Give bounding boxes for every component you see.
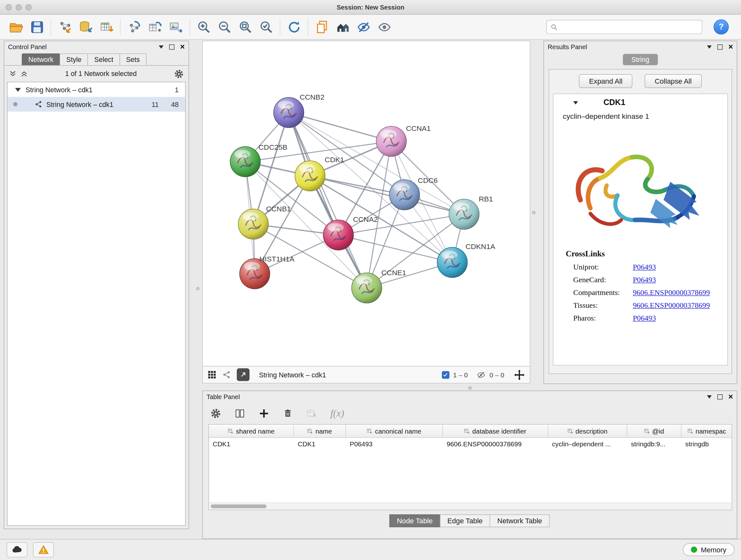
network-node-RB1[interactable] xyxy=(449,199,479,229)
gear-icon[interactable] xyxy=(174,69,184,78)
collapse-all-icon[interactable] xyxy=(9,70,17,78)
zoom-fit-button[interactable] xyxy=(235,17,256,37)
network-node-CDC25B[interactable] xyxy=(230,146,260,177)
network-edge[interactable] xyxy=(289,112,367,288)
network-node-CDKN1A[interactable] xyxy=(437,247,468,278)
warnings-button[interactable] xyxy=(33,542,54,557)
refresh-button[interactable] xyxy=(284,17,305,37)
tab-node-table[interactable]: Node Table xyxy=(389,514,440,527)
crosslink-link[interactable]: 9606.ENSP00000378699 xyxy=(633,301,710,310)
open-session-button[interactable] xyxy=(6,17,26,37)
column-type-icon xyxy=(567,428,573,434)
search-input[interactable] xyxy=(560,23,698,31)
zoom-out-button[interactable] xyxy=(214,17,235,37)
network-collection-row[interactable]: String Network – cdk1 1 xyxy=(8,82,185,97)
network-node-CCNB1[interactable] xyxy=(238,209,268,240)
crosslink-link[interactable]: P06493 xyxy=(633,314,656,322)
import-network-database-button[interactable] xyxy=(75,17,96,37)
import-network-file-button[interactable] xyxy=(54,17,75,37)
expand-all-button[interactable]: Expand All xyxy=(579,74,632,88)
tab-network-table[interactable]: Network Table xyxy=(490,514,550,527)
panel-menu-button[interactable] xyxy=(707,395,712,398)
column-header[interactable]: database identifier xyxy=(443,425,548,437)
network-node-CCNE1[interactable] xyxy=(352,273,382,303)
table-settings-button[interactable] xyxy=(210,408,221,419)
hide-selected-button[interactable] xyxy=(353,17,374,37)
crosslink-link[interactable]: P06493 xyxy=(633,275,656,284)
network-graph[interactable]: CCNB2CCNA1CDC25BCDK1CDC6RB1CCNB1CCNA2CDK… xyxy=(202,41,530,366)
panel-menu-button[interactable] xyxy=(707,45,712,48)
save-session-button[interactable] xyxy=(26,17,47,37)
crosslink-link[interactable]: P06493 xyxy=(633,263,656,271)
crosslink-link[interactable]: 9606.ENSP00000378699 xyxy=(633,288,710,297)
pan-crosshair-icon[interactable] xyxy=(514,369,525,381)
panel-close-button[interactable]: × xyxy=(728,393,733,401)
expand-all-icon[interactable] xyxy=(20,70,28,78)
panel-close-button[interactable]: × xyxy=(728,43,733,51)
houses-button[interactable] xyxy=(332,17,353,37)
clear-table-button[interactable] xyxy=(307,408,317,419)
tab-style[interactable]: Style xyxy=(60,53,88,65)
column-header[interactable]: description xyxy=(548,425,627,437)
help-button[interactable]: ? xyxy=(714,19,729,35)
network-node-HIST1H1A[interactable] xyxy=(240,259,270,289)
tab-sets[interactable]: Sets xyxy=(119,53,146,65)
panel-float-button[interactable] xyxy=(718,394,723,399)
panel-close-button[interactable]: × xyxy=(180,43,185,51)
cloud-status-button[interactable] xyxy=(7,542,27,557)
left-splitter-handle[interactable] xyxy=(196,287,199,290)
scrollbar-thumb[interactable] xyxy=(211,504,266,508)
toolbar-separator xyxy=(120,18,120,36)
section-collapse-icon[interactable] xyxy=(573,101,578,104)
network-edge[interactable] xyxy=(310,176,464,214)
minimize-window-button[interactable] xyxy=(16,4,22,10)
zoom-selected-button[interactable] xyxy=(256,17,276,37)
close-window-button[interactable] xyxy=(6,4,12,10)
delete-column-button[interactable] xyxy=(283,408,293,419)
new-network-from-selection-button[interactable] xyxy=(124,17,145,37)
network-node-CCNA2[interactable] xyxy=(323,220,354,250)
memory-status-dot xyxy=(691,547,697,553)
column-header[interactable]: shared name xyxy=(209,425,294,437)
show-columns-button[interactable] xyxy=(234,408,246,419)
function-builder-button[interactable]: f(x) xyxy=(330,408,344,419)
open-in-new-window-button[interactable] xyxy=(237,368,250,381)
network-node-CCNA1[interactable] xyxy=(376,126,407,157)
show-all-button[interactable] xyxy=(374,17,394,37)
copy-document-button[interactable] xyxy=(312,17,332,37)
panel-float-button[interactable] xyxy=(718,44,723,49)
panel-float-button[interactable] xyxy=(169,44,174,49)
network-node-CDK1[interactable] xyxy=(295,161,325,191)
node-label-CDC6: CDC6 xyxy=(418,176,437,185)
grid-icon[interactable] xyxy=(207,370,216,379)
column-header[interactable]: canonical name xyxy=(346,425,443,437)
column-header[interactable]: @id xyxy=(627,425,681,437)
maximize-window-button[interactable] xyxy=(25,4,31,10)
tab-edge-table[interactable]: Edge Table xyxy=(440,514,490,527)
column-header[interactable]: name xyxy=(294,425,346,437)
share-network-icon[interactable] xyxy=(222,370,231,379)
export-image-button[interactable] xyxy=(165,17,186,37)
table-row[interactable]: CDK1CDK1P064939606.ENSP00000378699cyclin… xyxy=(209,438,732,450)
bottom-splitter-handle[interactable] xyxy=(468,386,472,389)
zoom-in-button[interactable] xyxy=(193,17,214,37)
network-node-CCNB2[interactable] xyxy=(273,98,304,128)
collapse-all-button[interactable]: Collapse All xyxy=(645,74,701,88)
horizontal-scrollbar[interactable] xyxy=(209,503,732,509)
network-row[interactable]: String Network – cdk1 11 48 xyxy=(8,97,185,112)
new-network-table-button[interactable] xyxy=(145,17,165,37)
network-edge[interactable] xyxy=(338,235,452,262)
network-canvas[interactable]: CCNB2CCNA1CDC25BCDK1CDC6RB1CCNB1CCNA2CDK… xyxy=(203,41,530,366)
tab-network[interactable]: Network xyxy=(22,53,60,65)
column-header[interactable]: namespac xyxy=(681,425,732,437)
import-table-button[interactable] xyxy=(96,17,117,37)
add-column-button[interactable] xyxy=(259,408,269,419)
right-splitter-handle[interactable] xyxy=(532,211,535,214)
network-node-CDC6[interactable] xyxy=(389,180,420,210)
tab-string[interactable]: String xyxy=(623,54,658,65)
disclosure-triangle-icon[interactable] xyxy=(15,88,21,91)
control-panel-title: Control Panel xyxy=(8,44,47,51)
tab-select[interactable]: Select xyxy=(88,53,120,65)
memory-button[interactable]: Memory xyxy=(683,543,735,556)
panel-menu-button[interactable] xyxy=(159,45,164,48)
